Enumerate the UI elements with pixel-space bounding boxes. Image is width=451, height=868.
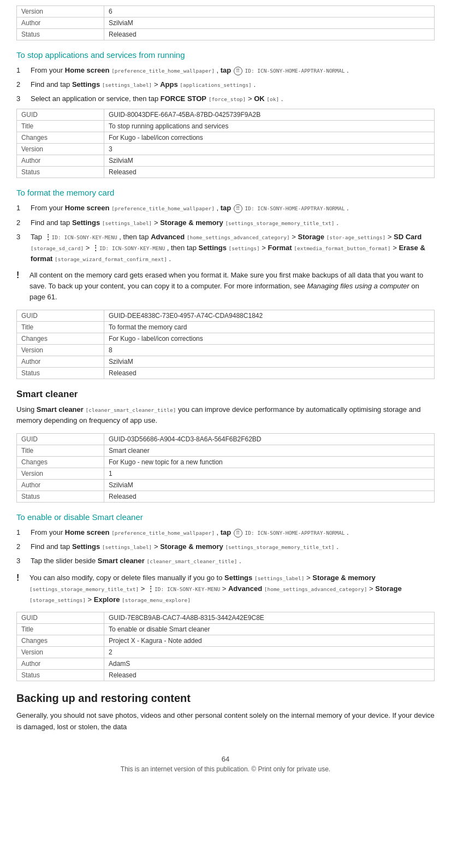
tag: [settings_label]	[102, 544, 152, 550]
bold-text: Format	[268, 244, 292, 252]
meta-label: Changes	[17, 457, 104, 468]
tag: [settings_label]	[254, 575, 305, 581]
tag: ID: ICN-SONY-KEY-MENU	[99, 245, 165, 251]
meta-value: Smart cleaner	[104, 445, 435, 457]
meta-label: Changes	[17, 333, 104, 344]
section5-description: Generally, you should not save photos, v…	[16, 710, 435, 733]
step-item: 2 Find and tap Settings [settings_label]…	[16, 217, 435, 228]
meta-label: Version	[17, 344, 104, 356]
meta-value: 3	[104, 144, 435, 155]
section4-heading: To enable or disable Smart cleaner	[16, 512, 435, 522]
meta-label: Status	[17, 491, 104, 503]
section1-heading: To stop applications and services from r…	[16, 50, 435, 60]
bold-text: Settings	[72, 542, 100, 551]
tag: [preference_title_home_wallpaper]	[111, 205, 215, 211]
meta-row: Version 3	[17, 144, 435, 155]
step-content: From your Home screen [preference_title_…	[31, 203, 435, 214]
bold-text: tap	[221, 204, 232, 212]
bold-text: Home screen	[65, 528, 110, 536]
note-text: You can also modify, copy or delete file…	[29, 572, 435, 605]
bold-text: Smart cleaner	[37, 405, 84, 414]
tag: [settings_storage_memory_title_txt]	[225, 220, 334, 226]
tag: [home_settings_advanced_category]	[264, 586, 367, 592]
meta-row: GUID GUID-DEE4838C-73E0-4957-A74C-CDA948…	[17, 310, 435, 321]
bold-text: Explore	[94, 595, 120, 604]
tag: [home_settings_advanced_category]	[187, 234, 290, 240]
tag: ID: ICN-SONY-KEY-MENU	[155, 586, 220, 592]
step-number: 3	[16, 93, 28, 104]
tag: [cleaner_smart_cleaner_title]	[85, 407, 176, 413]
step-item: 2 Find and tap Settings [settings_label]…	[16, 541, 435, 552]
meta-label: Version	[17, 144, 104, 155]
step-number: 3	[16, 232, 28, 243]
section4-steps: 1 From your Home screen [preference_titl…	[16, 527, 435, 566]
tag: [preference_title_home_wallpaper]	[111, 68, 215, 74]
meta-row: Changes Project X - Kagura - Note added	[17, 635, 435, 646]
meta-label: Status	[17, 669, 104, 681]
meta-row: Status Released	[17, 367, 435, 379]
meta-value: Released	[104, 669, 435, 681]
meta-row: Title Smart cleaner	[17, 445, 435, 457]
meta-row: Author SzilviaM	[17, 155, 435, 167]
tag: [preference_title_home_wallpaper]	[111, 530, 215, 536]
bold-text: tap	[221, 528, 232, 536]
grid-icon	[234, 204, 242, 213]
tag: [stor-age_settings]	[327, 234, 386, 240]
page-footer: 64 This is an internet version of this p…	[16, 755, 435, 773]
meta-row: Status Released	[17, 29, 435, 40]
tag: ID: ICN-SONY-HOME-APPTRAY-NORMAL	[245, 68, 345, 74]
meta-value: Released	[104, 167, 435, 178]
bold-text: Advanced	[228, 584, 262, 593]
meta-row: Status Released	[17, 167, 435, 178]
meta-label: Author	[17, 480, 104, 491]
bold-text: Settings	[72, 80, 100, 88]
tag: [cleaner_smart_cleaner_title]	[146, 558, 237, 564]
step-number: 2	[16, 217, 28, 228]
meta-value: 2	[104, 646, 435, 658]
meta-label: Title	[17, 121, 104, 132]
meta-label: Status	[17, 167, 104, 178]
tag: [force_stop]	[209, 96, 246, 102]
section1-meta-table: GUID GUID-80043DFE-66A7-45BA-87BD-042573…	[16, 109, 435, 178]
step-content: Select an application or service, then t…	[31, 93, 435, 104]
meta-label: Status	[17, 367, 104, 379]
meta-value: 8	[104, 344, 435, 356]
step-content: Find and tap Settings [settings_label] >…	[31, 541, 435, 552]
section4-meta-table: GUID GUID-7E8CB9AB-CAC7-4A8B-8315-3442A4…	[16, 612, 435, 681]
tag: [settings_storage_memory_title_txt]	[29, 586, 139, 592]
bold-text: Settings	[72, 219, 100, 227]
step-number: 1	[16, 527, 28, 538]
meta-row: GUID GUID-03D56686-A904-4CD3-8A6A-564F6B…	[17, 434, 435, 445]
meta-value: Released	[104, 367, 435, 379]
tag: [settings_label]	[102, 220, 152, 226]
menu-icon: ⋮	[92, 243, 99, 253]
bold-text: Storage	[375, 584, 401, 593]
step-content: From your Home screen [preference_title_…	[31, 65, 435, 76]
step-number: 2	[16, 79, 28, 90]
tag: [settings_storage_memory_title_txt]	[225, 544, 334, 550]
meta-row: GUID GUID-7E8CB9AB-CAC7-4A8B-8315-3442A4…	[17, 612, 435, 623]
step-item: 3 Select an application or service, then…	[16, 93, 435, 104]
meta-label: GUID	[17, 612, 104, 623]
bold-text: OK	[254, 95, 265, 103]
tag: ID: ICN-SONY-HOME-APPTRAY-NORMAL	[245, 205, 345, 211]
bold-text: Smart cleaner	[98, 557, 145, 565]
meta-row: Author AdamS	[17, 658, 435, 669]
step-number: 1	[16, 65, 28, 76]
warning-icon: !	[16, 270, 25, 280]
grid-icon	[234, 67, 242, 75]
meta-value: To stop running applications and service…	[104, 121, 435, 132]
meta-value: GUID-DEE4838C-73E0-4957-A74C-CDA9488C184…	[104, 310, 435, 321]
step-item: 2 Find and tap Settings [settings_label]…	[16, 79, 435, 90]
meta-value: Released	[104, 29, 435, 40]
section2-meta-table: GUID GUID-DEE4838C-73E0-4957-A74C-CDA948…	[16, 310, 435, 379]
meta-value: AdamS	[104, 658, 435, 669]
meta-label: GUID	[17, 310, 104, 321]
step-content: From your Home screen [preference_title_…	[31, 527, 435, 538]
meta-row: Title To format the memory card	[17, 321, 435, 333]
step-content: Tap the slider beside Smart cleaner [cle…	[31, 556, 435, 566]
meta-row: Version 8	[17, 344, 435, 356]
tag: [applications_settings]	[180, 82, 252, 88]
meta-row: Status Released	[17, 491, 435, 503]
meta-row: Changes For Kugo - new topic for a new f…	[17, 457, 435, 468]
